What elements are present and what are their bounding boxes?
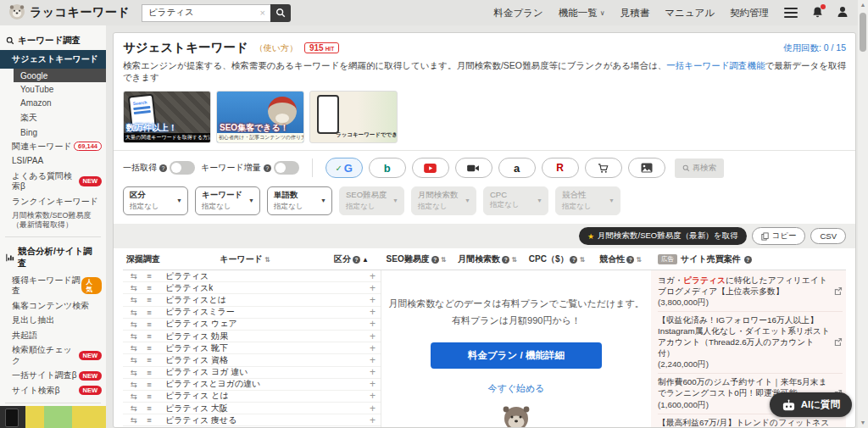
engine-amazon-button[interactable]: a: [498, 158, 536, 178]
add-keyword-icon[interactable]: +: [370, 403, 377, 414]
start-now-link[interactable]: 今すぐ始める: [381, 382, 651, 395]
sort-icon[interactable]: ⇅: [441, 256, 447, 264]
sidebar-item-site-search[interactable]: サイト検索β NEW: [0, 383, 106, 398]
sidebar-item-rakuten[interactable]: 楽天: [0, 109, 106, 125]
requery-icon[interactable]: ⇆: [126, 308, 142, 317]
info-icon[interactable]: ?: [431, 256, 439, 264]
add-keyword-icon[interactable]: +: [370, 270, 377, 282]
sidebar-item-suggest-keyword[interactable]: サジェストキーワード: [0, 50, 106, 69]
user-account-icon[interactable]: [836, 5, 849, 20]
requery-icon[interactable]: ⇆: [126, 355, 142, 364]
bulk-fetch-toggle[interactable]: [170, 161, 195, 175]
engine-youtube-button[interactable]: [412, 158, 449, 178]
engine-bing-button[interactable]: b: [369, 158, 406, 178]
sidebar-item-lsi-paa[interactable]: LSI/PAA: [0, 154, 106, 170]
add-keyword-icon[interactable]: +: [370, 306, 377, 318]
research-button[interactable]: 再検索: [675, 158, 725, 178]
ask-ai-button[interactable]: AIに質問: [770, 392, 852, 417]
list-icon[interactable]: ≡: [142, 343, 157, 353]
how-to-use-link[interactable]: （使い方）: [255, 42, 298, 54]
table-row[interactable]: ⇆ ≡ ピラティス 靴下 +: [123, 342, 381, 354]
bulk-research-link[interactable]: 一括キーワード調査機能: [666, 60, 765, 70]
notification-bell-icon[interactable]: [811, 6, 824, 20]
list-icon[interactable]: ≡: [142, 415, 157, 425]
add-keyword-icon[interactable]: +: [370, 354, 377, 366]
sort-icon[interactable]: ⇅: [511, 256, 517, 264]
sidebar-item-bulk-site-research[interactable]: 一括サイト調査β NEW: [0, 369, 106, 384]
requery-icon[interactable]: ⇆: [126, 295, 142, 304]
page-scrollbar[interactable]: ▲ ▼: [858, 0, 868, 428]
table-row[interactable]: ⇆ ≡ ピラティス 痩せる +: [123, 414, 381, 426]
list-icon[interactable]: ≡: [142, 295, 157, 304]
info-icon[interactable]: ?: [570, 256, 577, 264]
sidebar-item-youtube[interactable]: YouTube: [0, 82, 106, 96]
info-icon[interactable]: ?: [159, 164, 167, 172]
sort-icon[interactable]: ⇅: [636, 256, 642, 264]
menu-icon[interactable]: [784, 8, 798, 18]
requery-icon[interactable]: ⇆: [126, 403, 142, 413]
list-icon[interactable]: ≡: [142, 392, 157, 401]
add-keyword-icon[interactable]: +: [370, 390, 377, 402]
table-row[interactable]: ⇆ ≡ ピラティス 資格 +: [123, 354, 381, 366]
sidebar-item-monthly-volume[interactable]: 月間検索数/SEO難易度（最新情報取得）: [0, 209, 106, 233]
engine-google-button[interactable]: ✓G: [326, 158, 363, 178]
info-icon[interactable]: ?: [626, 256, 634, 264]
table-row[interactable]: ⇆ ≡ ピラティス ヨガ 違い +: [123, 367, 381, 379]
nav-features[interactable]: 機能一覧∨: [559, 7, 605, 19]
table-row[interactable]: ⇆ ≡ ピラティスミラー +: [123, 307, 381, 319]
list-icon[interactable]: ≡: [142, 355, 157, 364]
info-icon[interactable]: ?: [264, 164, 271, 172]
banner-seo-traffic[interactable]: SEO集客できる！ 初心者向け・記事コンテンツの作り方: [216, 91, 304, 143]
info-icon[interactable]: ?: [744, 256, 752, 264]
external-link-icon[interactable]: [833, 337, 843, 348]
engine-image-button[interactable]: [628, 158, 665, 178]
app-logo[interactable]: ラッコキーワード: [8, 3, 130, 22]
add-keyword-icon[interactable]: +: [370, 294, 377, 306]
add-keyword-icon[interactable]: +: [370, 282, 377, 294]
info-icon[interactable]: ?: [353, 256, 360, 264]
sort-icon[interactable]: ⇅: [579, 256, 585, 264]
filter-keyword[interactable]: キーワード 指定なし ▼: [195, 186, 260, 215]
keyword-search-input[interactable]: [148, 8, 259, 18]
external-link-icon[interactable]: [833, 286, 843, 297]
filter-word-count[interactable]: 単語数 指定なし ▼: [267, 186, 332, 215]
list-icon[interactable]: ≡: [142, 271, 157, 281]
list-icon[interactable]: ≡: [142, 368, 157, 377]
table-row[interactable]: ⇆ ≡ ピラティス 効果 +: [123, 331, 381, 342]
scroll-up-icon[interactable]: ▲: [860, 0, 866, 10]
sort-icon[interactable]: ⇅: [264, 256, 270, 264]
nav-pricing[interactable]: 料金プラン: [493, 7, 542, 19]
banner-related-keywords[interactable]: Search 数万件以上！ 大量の関連キーワードを取得する方法: [123, 91, 211, 143]
filter-category[interactable]: 区分 指定なし ▼: [123, 186, 188, 215]
add-keyword-icon[interactable]: +: [370, 378, 377, 390]
sidebar-item-faq-search[interactable]: よくある質問検索β NEW: [0, 169, 106, 194]
add-keyword-icon[interactable]: +: [370, 318, 377, 330]
requery-icon[interactable]: ⇆: [126, 331, 142, 341]
list-icon[interactable]: ≡: [142, 308, 157, 317]
site-listing-item[interactable]: ヨガ・ピラティスに特化したアフィリエイトブログメディア【上位表示多数】 (3,8…: [658, 272, 843, 312]
banner-what-you-can-do[interactable]: ラッコキーワードでできること: [309, 91, 398, 143]
sidebar-item-traffic-content[interactable]: 集客コンテンツ検索: [0, 298, 106, 314]
sidebar-item-rank-check[interactable]: 検索順位チェック NEW: [0, 343, 106, 369]
add-keyword-icon[interactable]: +: [370, 366, 377, 378]
sidebar-item-bing[interactable]: Bing: [0, 125, 106, 139]
table-row[interactable]: ⇆ ≡ ピラティス 大阪 +: [123, 403, 381, 414]
table-row[interactable]: ⇆ ≡ ピラティス +: [123, 270, 381, 282]
sidebar-promo-banner[interactable]: [0, 406, 106, 428]
sidebar-item-amazon[interactable]: Amazon: [0, 96, 106, 109]
engine-rakuten-button[interactable]: R: [542, 158, 579, 178]
table-row[interactable]: ⇆ ≡ ピラティスとは +: [123, 294, 381, 306]
plan-details-button[interactable]: 料金プラン / 機能詳細: [431, 342, 602, 369]
nav-quote[interactable]: 見積書: [620, 7, 650, 19]
engine-video-button[interactable]: [455, 158, 492, 178]
requery-icon[interactable]: ⇆: [126, 343, 142, 353]
requery-icon[interactable]: ⇆: [126, 392, 142, 401]
scrollbar-thumb[interactable]: [860, 13, 866, 52]
keyword-boost-toggle[interactable]: [274, 161, 299, 175]
fetch-latest-data-button[interactable]: ★ 月間検索数/SEO難易度（最新）を取得: [579, 227, 747, 245]
table-row[interactable]: ⇆ ≡ ピラティス とは +: [123, 391, 381, 403]
sort-asc-icon[interactable]: ▲: [362, 256, 369, 264]
sidebar-item-headline-extraction[interactable]: 見出し抽出: [0, 314, 106, 329]
requery-icon[interactable]: ⇆: [126, 368, 142, 377]
sidebar-item-google[interactable]: Google: [14, 69, 106, 82]
